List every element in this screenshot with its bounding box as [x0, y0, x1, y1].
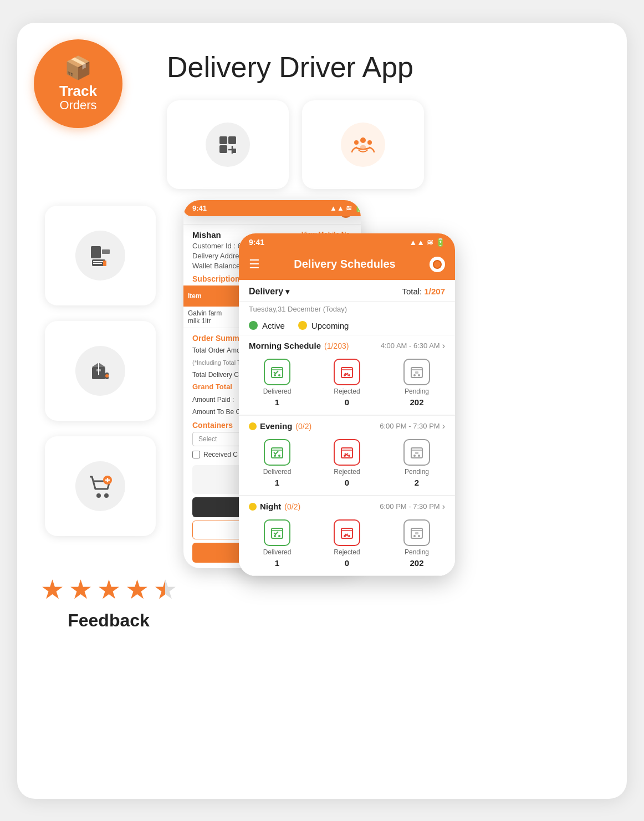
customer-name: Mishan [192, 230, 221, 239]
track-orders-badge[interactable]: 📦 Track Orders [34, 39, 122, 128]
svg-rect-35 [415, 371, 418, 374]
morning-chevron: › [442, 341, 445, 351]
evening-schedule-section: Evening (0/2) 6:00 PM - 7:30 PM › [239, 415, 455, 496]
schedule-status-time: 9:41 [249, 238, 264, 247]
star-1: ★ [40, 574, 64, 605]
night-schedule-items: Delivered 1 [239, 515, 455, 575]
svg-rect-0 [219, 136, 227, 144]
feature-card-reports[interactable] [45, 206, 156, 305]
svg-point-6 [360, 137, 366, 143]
svg-point-28 [278, 374, 280, 376]
night-count: (0/2) [284, 502, 300, 511]
hamburger-menu-icon[interactable]: ☰ [249, 257, 260, 272]
evening-rejected: Rejected 0 [314, 439, 380, 487]
received-checkbox[interactable] [192, 451, 200, 458]
evening-delivered-count: 1 [275, 478, 279, 487]
svg-point-7 [354, 140, 359, 145]
svg-point-48 [278, 535, 280, 537]
star-3: ★ [97, 574, 121, 605]
svg-point-41 [348, 455, 350, 457]
evening-pending: Pending 2 [384, 439, 449, 487]
active-status: Active [249, 321, 285, 330]
night-rejected-label: Rejected [334, 548, 360, 556]
morning-count: (1/203) [324, 341, 349, 350]
schedule-title: Delivery Schedules [294, 258, 395, 271]
morning-title: Morning Schedule [249, 341, 321, 350]
svg-point-8 [367, 140, 372, 145]
night-schedule-header[interactable]: Night (0/2) 6:00 PM - 7:30 PM › [239, 496, 455, 515]
feature-card-cart[interactable] [45, 436, 156, 536]
delivery-schedule-phone: 9:41 ▲▲ ≋ 🔋 ☰ Delivery Schedules Deliver… [239, 233, 455, 576]
night-pending: Pending 202 [384, 519, 449, 568]
night-delivered-icon [264, 519, 290, 546]
svg-point-38 [278, 455, 280, 457]
schedule-date: Tuesday,31 December (Today) [239, 302, 455, 317]
evening-schedule-items: Delivered 1 [239, 435, 455, 495]
status-time-back: 9:41 [192, 204, 207, 212]
evening-count: (0/2) [295, 422, 311, 431]
svg-point-53 [413, 535, 416, 537]
night-rejected-icon [334, 519, 360, 546]
evening-yellow-dot [249, 422, 257, 430]
delivery-dropdown[interactable]: Delivery ▾ [249, 287, 289, 297]
feature-card-customers[interactable] [302, 100, 424, 189]
main-title: Delivery Driver App [167, 50, 599, 84]
night-title: Night [260, 502, 281, 511]
morning-delivered: Delivered 1 [244, 359, 310, 407]
morning-delivered-label: Delivered [263, 387, 292, 395]
svg-point-51 [348, 535, 350, 537]
svg-point-34 [418, 374, 420, 376]
night-rejected: Rejected 0 [314, 519, 380, 568]
svg-rect-45 [415, 452, 418, 454]
feature-card-orders[interactable] [167, 100, 289, 189]
svg-point-31 [348, 374, 350, 376]
upcoming-dot [298, 321, 307, 330]
morning-schedule-header[interactable]: Morning Schedule (1/203) 4:00 AM - 6:30 … [239, 335, 455, 354]
night-pending-icon [403, 519, 430, 546]
badge-orders-label: Orders [59, 99, 96, 112]
evening-time: 6:00 PM - 7:30 PM [380, 422, 439, 430]
evening-delivered: Delivered 1 [244, 439, 310, 487]
svg-point-20 [105, 374, 109, 378]
morning-schedule-section: Morning Schedule (1/203) 4:00 AM - 6:30 … [239, 335, 455, 415]
night-rejected-count: 0 [345, 558, 349, 568]
night-time: 6:00 PM - 7:30 PM [380, 502, 439, 511]
svg-rect-18 [96, 369, 101, 371]
morning-pending: Pending 202 [384, 359, 449, 407]
status-indicators: Active Upcoming [239, 317, 455, 335]
feedback-section: ★ ★ ★ ★ ★ ★ Feedback [45, 574, 172, 631]
cart-icon [75, 461, 125, 511]
total-count: Total: 1/207 [402, 287, 445, 296]
star-5-half: ★ ★ [154, 574, 177, 605]
dropdown-chevron: ▾ [285, 287, 289, 296]
svg-rect-39 [341, 448, 352, 458]
reports-icon [75, 231, 125, 281]
feature-card-package[interactable] [45, 321, 156, 421]
svg-rect-49 [341, 528, 352, 538]
night-schedule-section: Night (0/2) 6:00 PM - 7:30 PM › [239, 496, 455, 576]
evening-pending-count: 2 [415, 478, 419, 487]
svg-point-47 [274, 535, 276, 537]
svg-rect-55 [415, 532, 418, 534]
evening-schedule-header[interactable]: Evening (0/2) 6:00 PM - 7:30 PM › [239, 416, 455, 435]
active-dot [249, 321, 258, 330]
upcoming-status: Upcoming [298, 321, 349, 330]
svg-point-27 [274, 374, 276, 376]
received-label: Received C [203, 451, 238, 458]
night-pending-count: 202 [410, 558, 423, 568]
night-delivered-count: 1 [275, 558, 279, 568]
orders-icon [206, 123, 250, 167]
header-profile-dot[interactable] [430, 257, 445, 272]
svg-rect-29 [341, 368, 352, 378]
morning-pending-icon [403, 359, 430, 385]
schedule-app-header: ☰ Delivery Schedules [239, 251, 455, 280]
package-box-icon [75, 346, 125, 396]
evening-rejected-icon [334, 439, 360, 466]
evening-delivered-icon [264, 439, 290, 466]
evening-pending-label: Pending [405, 468, 429, 476]
morning-delivered-icon [264, 359, 290, 385]
night-delivered-label: Delivered [263, 548, 292, 556]
evening-pending-icon [403, 439, 430, 466]
svg-point-33 [413, 374, 416, 376]
morning-pending-count: 202 [410, 397, 423, 407]
